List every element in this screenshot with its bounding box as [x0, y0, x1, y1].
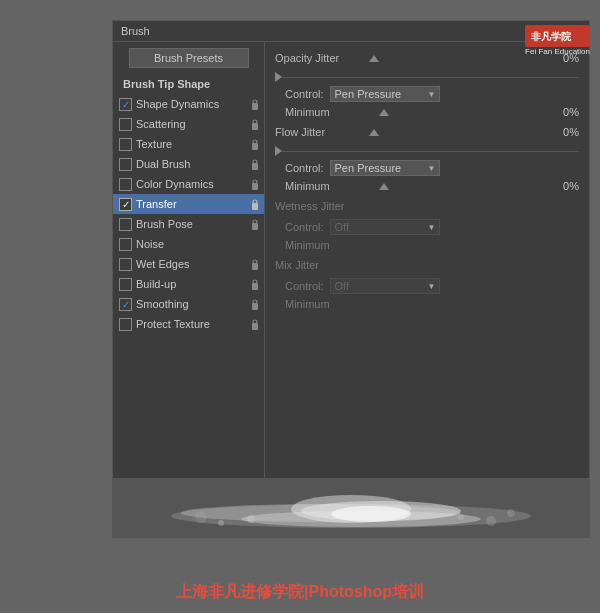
flow-jitter-value: 0%	[544, 126, 579, 138]
control2-select[interactable]: Pen Pressure Off Fade	[330, 160, 440, 176]
checkbox-wet-edges[interactable]	[119, 258, 132, 271]
minimum2-label: Minimum	[285, 180, 375, 192]
section-line-1	[282, 77, 579, 78]
mix-jitter-label: Mix Jitter	[275, 259, 365, 271]
opacity-jitter-triangle[interactable]	[369, 55, 379, 62]
checkbox-noise[interactable]	[119, 238, 132, 251]
lock-icon-protect-texture	[250, 318, 260, 331]
control4-label: Control:	[285, 280, 324, 292]
control1-label: Control:	[285, 88, 324, 100]
sidebar-item-scattering[interactable]: Scattering	[113, 114, 264, 134]
label-protect-texture: Protect Texture	[136, 318, 250, 330]
sidebar-item-shape-dynamics[interactable]: ✓ Shape Dynamics	[113, 94, 264, 114]
control4-select-wrap: Off	[330, 278, 440, 294]
minimum2-triangle[interactable]	[379, 183, 389, 190]
label-build-up: Build-up	[136, 278, 250, 290]
brush-preview	[112, 478, 590, 538]
flow-jitter-triangle[interactable]	[369, 129, 379, 136]
label-brush-pose: Brush Pose	[136, 218, 250, 230]
minimum2-value: 0%	[544, 180, 579, 192]
sidebar-item-wet-edges[interactable]: Wet Edges	[113, 254, 264, 274]
lock-icon-transfer	[250, 198, 260, 211]
brush-dot-4	[486, 516, 496, 526]
label-transfer: Transfer	[136, 198, 250, 210]
svg-rect-0	[252, 103, 258, 110]
svg-rect-4	[252, 183, 258, 190]
lock-icon-brush-pose	[250, 218, 260, 231]
minimum1-value: 0%	[544, 106, 579, 118]
control2-select-wrap: Pen Pressure Off Fade	[330, 160, 440, 176]
svg-rect-5	[252, 203, 258, 210]
minimum3-row: Minimum	[275, 239, 579, 251]
lock-icon-color-dynamics	[250, 178, 260, 191]
lock-icon-shape-dynamics	[250, 98, 260, 111]
label-noise: Noise	[136, 238, 260, 250]
logo-container: 非凡学院 Fei Fan Education	[525, 25, 590, 56]
brush-dot-3	[458, 514, 464, 520]
control3-select[interactable]: Off	[330, 219, 440, 235]
logo-sub: Fei Fan Education	[525, 47, 590, 56]
minimum1-label: Minimum	[285, 106, 375, 118]
label-scattering: Scattering	[136, 118, 250, 130]
checkbox-smoothing[interactable]: ✓	[119, 298, 132, 311]
control-row-3: Control: Off	[275, 219, 579, 235]
sidebar-item-smoothing[interactable]: ✓ Smoothing	[113, 294, 264, 314]
svg-rect-3	[252, 163, 258, 170]
svg-rect-7	[252, 263, 258, 270]
sidebar-item-color-dynamics[interactable]: Color Dynamics	[113, 174, 264, 194]
section-divider-1	[275, 72, 579, 82]
control3-label: Control:	[285, 221, 324, 233]
sidebar: Brush Presets Brush Tip Shape ✓ Shape Dy…	[113, 42, 265, 488]
checkbox-color-dynamics[interactable]	[119, 178, 132, 191]
sidebar-item-build-up[interactable]: Build-up	[113, 274, 264, 294]
sidebar-item-noise[interactable]: Noise	[113, 234, 264, 254]
sidebar-item-protect-texture[interactable]: Protect Texture	[113, 314, 264, 334]
brush-dot-5	[195, 511, 207, 523]
section-triangle-2[interactable]	[275, 146, 282, 156]
brush-dot-2	[247, 515, 255, 523]
checkbox-transfer[interactable]: ✓	[119, 198, 132, 211]
minimum4-row: Minimum	[275, 298, 579, 310]
svg-rect-9	[252, 303, 258, 310]
control4-select[interactable]: Off	[330, 278, 440, 294]
brush-stroke-svg	[121, 481, 581, 536]
minimum1-row: Minimum 0%	[275, 106, 579, 118]
brush-presets-button[interactable]: Brush Presets	[129, 48, 249, 68]
checkbox-protect-texture[interactable]	[119, 318, 132, 331]
mix-jitter-row: Mix Jitter	[275, 255, 579, 275]
label-smoothing: Smoothing	[136, 298, 250, 310]
sidebar-item-brush-pose[interactable]: Brush Pose	[113, 214, 264, 234]
svg-rect-10	[252, 323, 258, 330]
flow-jitter-label: Flow Jitter	[275, 126, 365, 138]
flow-jitter-row: Flow Jitter 0%	[275, 122, 579, 142]
checkbox-build-up[interactable]	[119, 278, 132, 291]
checkbox-scattering[interactable]	[119, 118, 132, 131]
wetness-jitter-label: Wetness Jitter	[275, 200, 365, 212]
opacity-jitter-label: Opacity Jitter	[275, 52, 365, 64]
minimum1-triangle[interactable]	[379, 109, 389, 116]
label-color-dynamics: Color Dynamics	[136, 178, 250, 190]
wetness-jitter-row: Wetness Jitter	[275, 196, 579, 216]
sidebar-item-transfer[interactable]: ✓ Transfer	[113, 194, 264, 214]
label-texture: Texture	[136, 138, 250, 150]
svg-rect-8	[252, 283, 258, 290]
control-row-2: Control: Pen Pressure Off Fade	[275, 160, 579, 176]
lock-icon-texture	[250, 138, 260, 151]
label-dual-brush: Dual Brush	[136, 158, 250, 170]
lock-icon-wet-edges	[250, 258, 260, 271]
control1-select[interactable]: Pen Pressure Off Fade Pen Tilt Stylus Wh…	[330, 86, 440, 102]
control1-select-wrap: Pen Pressure Off Fade Pen Tilt Stylus Wh…	[330, 86, 440, 102]
checkbox-dual-brush[interactable]	[119, 158, 132, 171]
control-row-4: Control: Off	[275, 278, 579, 294]
label-wet-edges: Wet Edges	[136, 258, 250, 270]
section-triangle-1[interactable]	[275, 72, 282, 82]
svg-rect-2	[252, 143, 258, 150]
brush-dot-6	[507, 509, 515, 517]
sidebar-item-texture[interactable]: Texture	[113, 134, 264, 154]
checkbox-brush-pose[interactable]	[119, 218, 132, 231]
logo-main: 非凡学院	[525, 25, 590, 47]
checkbox-texture[interactable]	[119, 138, 132, 151]
content-area: Opacity Jitter 0% Control: Pen Pressure …	[265, 42, 589, 488]
checkbox-shape-dynamics[interactable]: ✓	[119, 98, 132, 111]
sidebar-item-dual-brush[interactable]: Dual Brush	[113, 154, 264, 174]
